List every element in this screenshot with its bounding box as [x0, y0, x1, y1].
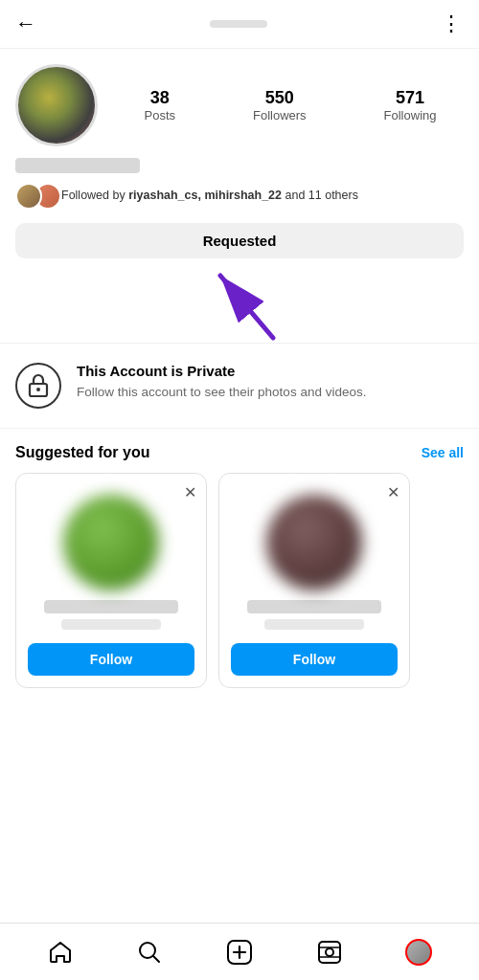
private-account-description: Follow this account to see their photos …: [77, 383, 366, 402]
bottom-nav: [0, 923, 479, 980]
followed-avatars: [15, 183, 54, 210]
followers-count: 550: [253, 88, 307, 108]
search-icon: [137, 940, 162, 965]
nav-search[interactable]: [128, 931, 171, 973]
home-icon: [48, 940, 73, 965]
profile-avatar: [15, 64, 98, 146]
svg-line-4: [153, 956, 159, 962]
profile-nav-avatar: [405, 939, 432, 966]
card-close-2[interactable]: ✕: [387, 483, 399, 501]
suggested-header: Suggested for you See all: [0, 429, 479, 473]
nav-add[interactable]: [218, 931, 261, 973]
follow-button-2[interactable]: Follow: [231, 643, 398, 676]
followed-by-users: riyashah_cs, mihirshah_22: [128, 189, 282, 202]
followed-by-suffix: and 11 others: [282, 189, 358, 202]
add-icon: [226, 939, 253, 966]
card-username-bar-1: [44, 600, 177, 613]
header: ← ⋮: [0, 0, 479, 49]
following-label: Following: [384, 108, 437, 122]
more-button[interactable]: ⋮: [441, 11, 464, 36]
requested-button[interactable]: Requested: [15, 223, 464, 258]
private-account-title: This Account is Private: [77, 363, 366, 379]
card-avatar-1: [63, 495, 159, 590]
card-sub-bar-2: [264, 619, 364, 630]
followed-by-section: Followed by riyashah_cs, mihirshah_22 an…: [15, 183, 464, 210]
private-section: This Account is Private Follow this acco…: [0, 344, 479, 429]
card-close-1[interactable]: ✕: [184, 483, 196, 501]
follow-button-1[interactable]: Follow: [28, 643, 194, 676]
profile-top: 38 Posts 550 Followers 571 Following: [15, 64, 464, 146]
svg-point-9: [326, 948, 333, 956]
followers-stat[interactable]: 550 Followers: [253, 88, 307, 122]
back-button[interactable]: ←: [15, 11, 36, 36]
stats-row: 38 Posts 550 Followers 571 Following: [117, 88, 464, 122]
following-count: 571: [384, 88, 437, 108]
followed-avatar-1: [15, 183, 42, 210]
suggested-card-1: ✕ Follow: [15, 473, 207, 688]
private-text: This Account is Private Follow this acco…: [77, 363, 366, 402]
nav-reels[interactable]: [308, 931, 351, 973]
posts-label: Posts: [144, 108, 175, 122]
cards-row: ✕ Follow ✕ Follow: [0, 473, 479, 688]
posts-stat: 38 Posts: [144, 88, 175, 122]
header-username: [210, 20, 267, 28]
nav-home[interactable]: [39, 931, 81, 973]
lock-icon-wrapper: [15, 363, 61, 409]
reels-icon: [317, 940, 342, 965]
card-username-bar-2: [247, 600, 380, 613]
followed-by-text: Followed by riyashah_cs, mihirshah_22 an…: [61, 188, 358, 205]
suggested-card-2: ✕ Follow: [218, 473, 410, 688]
following-stat[interactable]: 571 Following: [384, 88, 437, 122]
nav-profile[interactable]: [398, 931, 440, 973]
profile-section: 38 Posts 550 Followers 571 Following Fol…: [0, 49, 479, 266]
username-blurred: [15, 158, 140, 173]
svg-rect-8: [319, 942, 340, 963]
card-avatar-2: [266, 495, 362, 590]
lock-icon: [28, 373, 49, 398]
suggested-title: Suggested for you: [15, 444, 149, 461]
card-sub-bar-1: [61, 619, 161, 630]
followers-label: Followers: [253, 108, 307, 122]
posts-count: 38: [144, 88, 175, 108]
see-all-link[interactable]: See all: [422, 445, 464, 460]
arrow-annotation: [15, 266, 464, 343]
arrow-svg: [201, 256, 297, 343]
svg-point-2: [36, 388, 40, 391]
